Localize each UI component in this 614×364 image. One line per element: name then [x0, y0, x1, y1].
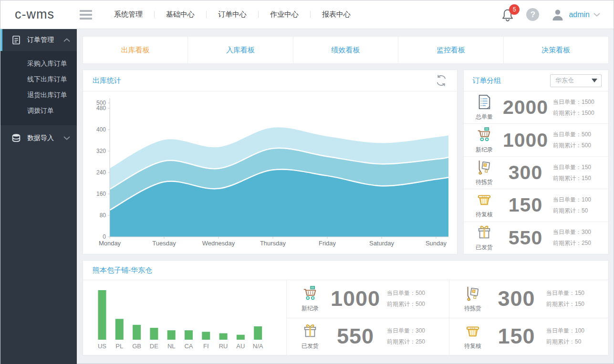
basket-icon [476, 192, 492, 208]
username: admin [569, 10, 590, 19]
svg-text:NL: NL [167, 343, 176, 350]
top-nav: 系统管理 基础中心 订单中心 作业中心 报表中心 [103, 10, 362, 19]
tab-inbound-board[interactable]: 入库看板 [187, 36, 293, 64]
shop-stat-shipped: 已发货 550 当日单量：300 前期累计：250 [287, 318, 449, 355]
svg-text:160: 160 [96, 191, 106, 197]
stat-prev: 前期累计：150 [553, 173, 603, 184]
country-bar-chart-cell: USPLGBDENLCAFIRUAUN/A [83, 280, 287, 355]
stat-label: 新纪录 [296, 304, 324, 313]
document-icon [476, 94, 492, 110]
svg-text:500: 500 [96, 100, 106, 106]
stat-label: 待拣货 [459, 304, 487, 313]
svg-text:320: 320 [96, 148, 106, 154]
stat-label: 待复核 [459, 342, 487, 350]
svg-text:400: 400 [96, 126, 106, 133]
shop-stat-new-records: 新纪录 1000 当日单量：500 前期累计：500 [287, 280, 449, 318]
warehouse-select[interactable]: 华东仓 [550, 74, 602, 87]
shop-stats-card: 熊本包子铺-华东仓 USPLGBDENLCAFIRUAUN/A 新纪录 1000… [83, 260, 609, 355]
trolley-icon [465, 285, 481, 302]
menu-toggle-icon[interactable] [80, 10, 92, 20]
stat-daily: 当日单量：100 [546, 325, 602, 336]
cart-icon [476, 127, 492, 143]
sidebar-submenu: 采购入库订单 线下出库订单 退货出库订单 调拨订单 [0, 51, 77, 125]
select-caret-icon [592, 79, 597, 82]
stat-row-to-pick: 待拣货 300 当日单量：150 前期累计：150 [464, 157, 608, 189]
sidebar-item-offline-outbound[interactable]: 线下出库订单 [0, 71, 77, 87]
panel-title: 订单分组 [472, 76, 550, 85]
stat-daily: 当日单量：300 [387, 325, 442, 336]
tab-monitor-board[interactable]: 监控看板 [398, 36, 503, 64]
svg-text:Sunday: Sunday [426, 240, 447, 247]
svg-text:US: US [98, 343, 106, 350]
user-menu[interactable]: admin [551, 8, 600, 22]
notification-bell-icon[interactable]: 5 [500, 8, 515, 22]
sidebar-item-transfer-order[interactable]: 调拨订单 [0, 103, 77, 119]
nav-item-report[interactable]: 报表中心 [311, 10, 362, 19]
cart-icon [302, 285, 318, 302]
refresh-icon[interactable] [435, 74, 447, 87]
sidebar-group-order-management[interactable]: 订单管理 [0, 29, 77, 51]
stat-value: 2000 [498, 96, 553, 119]
sidebar-item-return-outbound[interactable]: 退货出库订单 [0, 87, 77, 103]
stat-label: 已发货 [296, 342, 324, 350]
stat-daily: 当日单量：150 [553, 162, 603, 173]
stat-label: 总单量 [470, 113, 498, 121]
order-group-card: 订单分组 华东仓 总单量 2000 当日单量：1500 前期累计：1500 [463, 70, 609, 254]
svg-text:Friday: Friday [319, 240, 336, 247]
avatar [551, 8, 565, 22]
trolley-icon [476, 159, 492, 175]
sidebar: 订单管理 采购入库订单 线下出库订单 退货出库订单 调拨订单 数据导入 [0, 29, 77, 364]
top-header: c-wms 系统管理 基础中心 订单中心 作业中心 报表中心 5 ? admin [0, 0, 614, 29]
sidebar-group-data-import[interactable]: 数据导入 [0, 127, 77, 149]
stat-value: 300 [498, 162, 553, 184]
nav-item-system[interactable]: 系统管理 [103, 10, 154, 19]
stat-value: 1000 [324, 286, 387, 311]
shop-card-title: 熊本包子铺-华东仓 [93, 266, 599, 275]
svg-text:0: 0 [103, 233, 106, 240]
stat-label: 新纪录 [470, 146, 498, 154]
sidebar-group-label: 数据导入 [27, 134, 63, 142]
stat-daily: 当日单量：500 [553, 129, 603, 140]
svg-text:DE: DE [150, 343, 158, 350]
stat-prev: 前期累计：500 [387, 299, 442, 310]
nav-item-work[interactable]: 作业中心 [259, 10, 310, 19]
gift-icon [476, 224, 492, 241]
stat-value: 550 [324, 324, 387, 349]
chevron-down-icon [63, 136, 70, 140]
warehouse-select-value: 华东仓 [555, 76, 592, 85]
nav-item-base[interactable]: 基础中心 [155, 10, 206, 19]
active-accent-bar [0, 29, 2, 51]
stat-row-to-review: 待复核 150 当日单量：100 前期累计：50 [464, 189, 608, 222]
stat-label: 待复核 [470, 211, 498, 219]
dashboard-tabs: 出库看板 入库看板 绩效看板 监控看板 决策看板 [83, 36, 609, 64]
tab-performance-board[interactable]: 绩效看板 [293, 36, 398, 64]
stat-prev: 前期累计：50 [546, 336, 602, 347]
stat-label: 已发货 [470, 243, 498, 252]
svg-text:Tuesday: Tuesday [152, 240, 176, 247]
database-icon [11, 133, 21, 143]
wms-dashboard: c-wms 系统管理 基础中心 订单中心 作业中心 报表中心 5 ? admin [0, 0, 614, 364]
logo-box: c-wms [0, 7, 77, 22]
svg-text:240: 240 [96, 169, 106, 176]
svg-text:Saturday: Saturday [369, 240, 395, 247]
stat-prev: 前期累计：500 [553, 140, 603, 151]
stat-value: 300 [487, 286, 546, 311]
help-icon[interactable]: ? [526, 8, 539, 21]
stat-daily: 当日单量：500 [387, 288, 442, 299]
tab-decision-board[interactable]: 决策看板 [503, 36, 609, 64]
stat-row-new-records: 新纪录 1000 当日单量：500 前期累计：500 [464, 124, 608, 156]
order-group-rows: 总单量 2000 当日单量：1500 前期累计：1500 新纪录 1000 当日… [464, 91, 608, 254]
tab-outbound-board[interactable]: 出库看板 [83, 36, 188, 64]
header-right: 5 ? admin [500, 8, 614, 22]
svg-text:PL: PL [115, 343, 123, 350]
stat-daily: 当日单量：1500 [553, 97, 603, 108]
sidebar-item-purchase-inbound[interactable]: 采购入库订单 [0, 56, 77, 71]
stat-value: 150 [498, 194, 553, 216]
svg-text:80: 80 [100, 212, 106, 219]
main-content: 出库看板 入库看板 绩效看板 监控看板 决策看板 出库统计 0801602403… [77, 29, 614, 364]
stat-prev: 前期累计：1500 [553, 108, 603, 119]
svg-text:Thursday: Thursday [260, 240, 286, 247]
svg-text:N/A: N/A [253, 343, 263, 350]
stat-value: 550 [498, 227, 553, 249]
nav-item-order[interactable]: 订单中心 [207, 10, 258, 19]
